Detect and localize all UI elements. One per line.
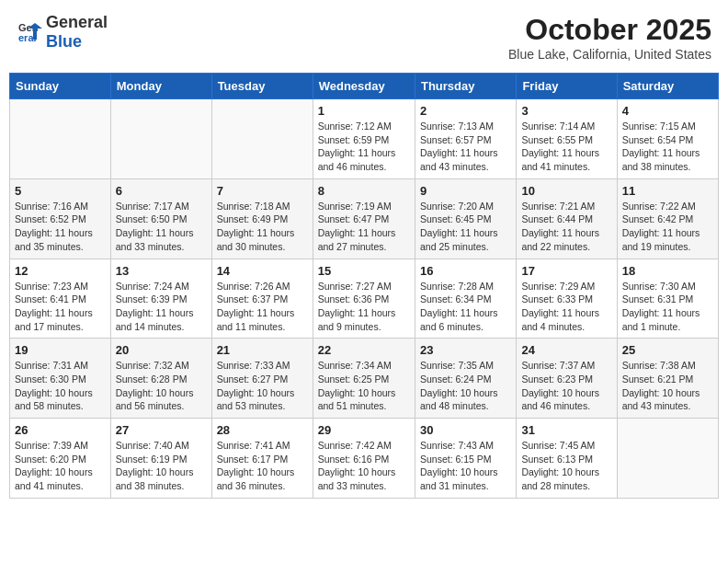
weekday-header-sunday: Sunday: [10, 74, 111, 99]
day-info: Sunrise: 7:33 AM Sunset: 6:27 PM Dayligh…: [217, 359, 308, 413]
day-cell: 1Sunrise: 7:12 AM Sunset: 6:59 PM Daylig…: [313, 99, 415, 179]
day-info: Sunrise: 7:37 AM Sunset: 6:23 PM Dayligh…: [521, 359, 611, 413]
day-cell: 17Sunrise: 7:29 AM Sunset: 6:33 PM Dayli…: [517, 259, 617, 339]
weekday-header-tuesday: Tuesday: [211, 74, 313, 99]
day-number: 23: [420, 343, 511, 357]
day-info: Sunrise: 7:21 AM Sunset: 6:44 PM Dayligh…: [521, 200, 611, 254]
day-number: 8: [318, 184, 410, 198]
day-cell: 28Sunrise: 7:41 AM Sunset: 6:17 PM Dayli…: [211, 419, 313, 499]
week-row-1: 1Sunrise: 7:12 AM Sunset: 6:59 PM Daylig…: [10, 99, 719, 179]
weekday-header-saturday: Saturday: [617, 74, 718, 99]
day-number: 20: [116, 343, 207, 357]
day-info: Sunrise: 7:42 AM Sunset: 6:16 PM Dayligh…: [318, 439, 410, 493]
day-info: Sunrise: 7:26 AM Sunset: 6:37 PM Dayligh…: [217, 280, 308, 334]
day-info: Sunrise: 7:40 AM Sunset: 6:19 PM Dayligh…: [116, 439, 207, 493]
day-cell: 13Sunrise: 7:24 AM Sunset: 6:39 PM Dayli…: [110, 259, 211, 339]
day-info: Sunrise: 7:16 AM Sunset: 6:52 PM Dayligh…: [15, 200, 106, 254]
day-cell: [617, 419, 718, 499]
day-number: 17: [521, 264, 611, 278]
day-cell: 15Sunrise: 7:27 AM Sunset: 6:36 PM Dayli…: [313, 259, 415, 339]
day-cell: [10, 99, 111, 179]
day-number: 31: [521, 423, 611, 437]
day-info: Sunrise: 7:18 AM Sunset: 6:49 PM Dayligh…: [217, 200, 308, 254]
day-number: 21: [217, 343, 308, 357]
day-info: Sunrise: 7:12 AM Sunset: 6:59 PM Dayligh…: [318, 120, 410, 174]
week-row-3: 12Sunrise: 7:23 AM Sunset: 6:41 PM Dayli…: [10, 259, 719, 339]
day-info: Sunrise: 7:41 AM Sunset: 6:17 PM Dayligh…: [217, 439, 308, 493]
day-number: 5: [15, 184, 106, 198]
week-row-4: 19Sunrise: 7:31 AM Sunset: 6:30 PM Dayli…: [10, 339, 719, 419]
day-info: Sunrise: 7:29 AM Sunset: 6:33 PM Dayligh…: [521, 280, 611, 334]
weekday-header-row: SundayMondayTuesdayWednesdayThursdayFrid…: [10, 74, 719, 99]
day-number: 18: [622, 264, 713, 278]
day-info: Sunrise: 7:23 AM Sunset: 6:41 PM Dayligh…: [15, 280, 106, 334]
day-info: Sunrise: 7:28 AM Sunset: 6:34 PM Dayligh…: [420, 280, 511, 334]
week-row-2: 5Sunrise: 7:16 AM Sunset: 6:52 PM Daylig…: [10, 178, 719, 259]
day-cell: 26Sunrise: 7:39 AM Sunset: 6:20 PM Dayli…: [10, 419, 111, 499]
day-info: Sunrise: 7:45 AM Sunset: 6:13 PM Dayligh…: [521, 439, 611, 493]
day-cell: 23Sunrise: 7:35 AM Sunset: 6:24 PM Dayli…: [415, 339, 516, 419]
weekday-header-thursday: Thursday: [415, 74, 516, 99]
day-info: Sunrise: 7:22 AM Sunset: 6:42 PM Dayligh…: [622, 200, 713, 254]
day-number: 10: [521, 184, 611, 198]
day-number: 30: [420, 423, 511, 437]
day-number: 14: [217, 264, 308, 278]
day-info: Sunrise: 7:32 AM Sunset: 6:28 PM Dayligh…: [116, 359, 207, 413]
weekday-header-wednesday: Wednesday: [313, 74, 415, 99]
weekday-header-friday: Friday: [517, 74, 617, 99]
day-number: 1: [318, 104, 410, 118]
day-cell: 4Sunrise: 7:15 AM Sunset: 6:54 PM Daylig…: [617, 99, 718, 179]
day-cell: 3Sunrise: 7:14 AM Sunset: 6:55 PM Daylig…: [517, 99, 617, 179]
day-cell: 8Sunrise: 7:19 AM Sunset: 6:47 PM Daylig…: [313, 178, 415, 259]
day-cell: 31Sunrise: 7:45 AM Sunset: 6:13 PM Dayli…: [517, 419, 617, 499]
day-cell: 24Sunrise: 7:37 AM Sunset: 6:23 PM Dayli…: [517, 339, 617, 419]
day-cell: 9Sunrise: 7:20 AM Sunset: 6:45 PM Daylig…: [415, 178, 516, 259]
day-number: 22: [318, 343, 410, 357]
day-cell: 11Sunrise: 7:22 AM Sunset: 6:42 PM Dayli…: [617, 178, 718, 259]
location: Blue Lake, California, United States: [508, 47, 711, 62]
day-info: Sunrise: 7:13 AM Sunset: 6:57 PM Dayligh…: [420, 120, 511, 174]
page-header: Gen eral General Blue October 2025 Blue …: [9, 9, 719, 65]
day-cell: 19Sunrise: 7:31 AM Sunset: 6:30 PM Dayli…: [10, 339, 111, 419]
day-info: Sunrise: 7:39 AM Sunset: 6:20 PM Dayligh…: [15, 439, 106, 493]
day-cell: 25Sunrise: 7:38 AM Sunset: 6:21 PM Dayli…: [617, 339, 718, 419]
day-number: 9: [420, 184, 511, 198]
day-cell: 5Sunrise: 7:16 AM Sunset: 6:52 PM Daylig…: [10, 178, 111, 259]
week-row-5: 26Sunrise: 7:39 AM Sunset: 6:20 PM Dayli…: [10, 419, 719, 499]
logo: Gen eral General Blue: [17, 13, 108, 52]
day-cell: [110, 99, 211, 179]
day-info: Sunrise: 7:27 AM Sunset: 6:36 PM Dayligh…: [318, 280, 410, 334]
day-cell: 7Sunrise: 7:18 AM Sunset: 6:49 PM Daylig…: [211, 178, 313, 259]
day-cell: 12Sunrise: 7:23 AM Sunset: 6:41 PM Dayli…: [10, 259, 111, 339]
day-info: Sunrise: 7:43 AM Sunset: 6:15 PM Dayligh…: [420, 439, 511, 493]
day-number: 24: [521, 343, 611, 357]
day-number: 29: [318, 423, 410, 437]
day-cell: 10Sunrise: 7:21 AM Sunset: 6:44 PM Dayli…: [517, 178, 617, 259]
day-number: 16: [420, 264, 511, 278]
day-cell: 20Sunrise: 7:32 AM Sunset: 6:28 PM Dayli…: [110, 339, 211, 419]
day-cell: [211, 99, 313, 179]
day-number: 13: [116, 264, 207, 278]
day-number: 4: [622, 104, 713, 118]
day-number: 12: [15, 264, 106, 278]
day-cell: 30Sunrise: 7:43 AM Sunset: 6:15 PM Dayli…: [415, 419, 516, 499]
day-info: Sunrise: 7:20 AM Sunset: 6:45 PM Dayligh…: [420, 200, 511, 254]
day-info: Sunrise: 7:35 AM Sunset: 6:24 PM Dayligh…: [420, 359, 511, 413]
day-cell: 14Sunrise: 7:26 AM Sunset: 6:37 PM Dayli…: [211, 259, 313, 339]
day-cell: 18Sunrise: 7:30 AM Sunset: 6:31 PM Dayli…: [617, 259, 718, 339]
day-cell: 2Sunrise: 7:13 AM Sunset: 6:57 PM Daylig…: [415, 99, 516, 179]
day-info: Sunrise: 7:19 AM Sunset: 6:47 PM Dayligh…: [318, 200, 410, 254]
day-number: 26: [15, 423, 106, 437]
logo-blue-text: Blue: [46, 32, 82, 51]
day-info: Sunrise: 7:34 AM Sunset: 6:25 PM Dayligh…: [318, 359, 410, 413]
day-number: 11: [622, 184, 713, 198]
day-cell: 21Sunrise: 7:33 AM Sunset: 6:27 PM Dayli…: [211, 339, 313, 419]
logo-general-text: General: [46, 13, 108, 31]
day-info: Sunrise: 7:14 AM Sunset: 6:55 PM Dayligh…: [521, 120, 611, 174]
day-number: 28: [217, 423, 308, 437]
day-cell: 16Sunrise: 7:28 AM Sunset: 6:34 PM Dayli…: [415, 259, 516, 339]
day-cell: 6Sunrise: 7:17 AM Sunset: 6:50 PM Daylig…: [110, 178, 211, 259]
day-number: 2: [420, 104, 511, 118]
month-title: October 2025: [508, 13, 711, 47]
day-info: Sunrise: 7:17 AM Sunset: 6:50 PM Dayligh…: [116, 200, 207, 254]
